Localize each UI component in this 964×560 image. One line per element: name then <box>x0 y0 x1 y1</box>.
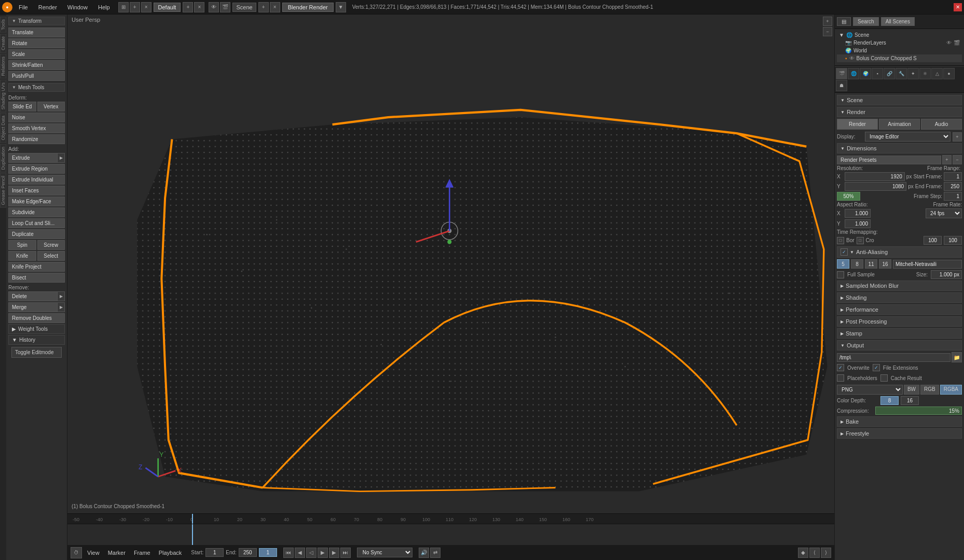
tab-create[interactable]: Create <box>0 34 6 53</box>
menu-help[interactable]: Help <box>94 3 114 11</box>
current-frame-input[interactable] <box>259 548 277 557</box>
render-image-btn[interactable]: Render <box>837 119 878 130</box>
audio-mute-btn[interactable]: 🔊 <box>419 548 429 558</box>
jump-start-btn[interactable]: ⏮ <box>283 548 294 558</box>
frame-step-val[interactable]: 1 <box>944 192 962 201</box>
toggle-editmode-btn[interactable]: Toggle Editmode <box>11 347 62 358</box>
end-frame-val[interactable]: 250 <box>944 182 962 191</box>
extrude-btn[interactable]: Extrude <box>8 153 58 163</box>
output-browse-btn[interactable]: 📁 <box>952 352 962 362</box>
make-edge-face-btn[interactable]: Make Edge/Face <box>8 197 65 206</box>
weight-tools-header[interactable]: ▶ Weight Tools <box>8 324 65 334</box>
layout-icon1[interactable]: + <box>183 2 193 12</box>
output-header[interactable]: ▼ Output <box>837 340 962 351</box>
aspect-x-val[interactable]: 1.000 <box>845 209 871 218</box>
subdivide-btn[interactable]: Subdivide <box>8 207 65 217</box>
render-animation-btn[interactable]: Animation <box>879 119 920 130</box>
prop-world-tab[interactable]: 🌍 <box>860 68 871 79</box>
bottom-view[interactable]: View <box>84 549 103 557</box>
render-presets-btn[interactable]: Render Presets <box>837 156 941 164</box>
extrude-region-btn[interactable]: Extrude Region <box>8 164 65 174</box>
render-prop-header[interactable]: ▼ Render <box>837 107 962 117</box>
view-icon[interactable]: 👁 <box>209 2 219 12</box>
post-processing-header[interactable]: ▶ Post Processing <box>837 316 962 327</box>
bottom-editor-type[interactable]: ⏱ <box>71 547 82 558</box>
extrude-individual-btn[interactable]: Extrude Individual <box>8 175 65 185</box>
history-header[interactable]: ▼ History <box>8 335 65 345</box>
aa-8[interactable]: 8 <box>851 259 863 269</box>
menu-window[interactable]: Window <box>63 3 92 11</box>
timeline-content[interactable] <box>67 524 834 545</box>
fps-select[interactable]: 24 fps 25 fps 30 fps <box>926 208 962 218</box>
display-new-btn[interactable]: + <box>953 132 962 142</box>
layout-icon2[interactable]: × <box>194 2 204 12</box>
bake-header[interactable]: ▶ Bake <box>837 416 962 427</box>
smooth-vertex-btn[interactable]: Smooth Vertex <box>8 123 65 133</box>
all-scenes-btn[interactable]: All Scenes <box>881 17 915 26</box>
shrink-fatten-btn[interactable]: Shrink/Fatten <box>8 60 65 70</box>
overwrite-checkbox[interactable] <box>837 364 844 371</box>
freestyle-header[interactable]: ▶ Freestyle <box>837 428 962 439</box>
size-value[interactable]: 1.000 px <box>931 270 962 279</box>
prop-scene-tab[interactable]: 🌐 <box>848 68 859 79</box>
maximize-btn[interactable]: + <box>130 2 140 12</box>
aa-filter-select[interactable]: Mitchell-Netravaili <box>893 260 962 269</box>
bottom-frame[interactable]: Frame <box>131 549 154 557</box>
properties-btn[interactable]: ▤ <box>837 17 851 26</box>
cache-result-checkbox[interactable] <box>880 374 888 382</box>
play-btn[interactable]: ▶ <box>318 548 328 558</box>
bottom-playback[interactable]: Playback <box>156 549 185 557</box>
vertex-btn[interactable]: Vertex <box>37 102 65 111</box>
prop-texture-tab[interactable]: ☗ <box>836 80 847 91</box>
crop-checkbox[interactable]: □ <box>857 237 864 244</box>
aa-header[interactable]: ▼ Anti-Aliasing <box>837 246 962 258</box>
dimensions-header[interactable]: ▼ Dimensions <box>837 143 962 153</box>
editor-type-icon[interactable]: ⊞ <box>118 2 129 12</box>
render-audio-btn[interactable]: Audio <box>921 119 962 130</box>
prop-data-tab[interactable]: △ <box>931 68 943 79</box>
prop-render-tab[interactable]: 🎬 <box>836 68 847 79</box>
extrude-arrow[interactable]: ▶ <box>58 153 65 163</box>
prop-constraints-tab[interactable]: 🔗 <box>884 68 895 79</box>
scene-del-icon[interactable]: × <box>270 2 280 12</box>
stamp-header[interactable]: ▶ Stamp <box>837 328 962 339</box>
end-frame-input[interactable] <box>239 548 257 557</box>
merge-arrow[interactable]: ▶ <box>58 302 65 312</box>
display-select[interactable]: Image Editor <box>865 132 951 142</box>
tab-relations[interactable]: Relations <box>0 54 6 79</box>
push-pull-btn[interactable]: Push/Pull <box>8 71 65 81</box>
prop-material-tab[interactable]: ● <box>943 68 955 79</box>
aa-checkbox[interactable] <box>841 248 848 256</box>
split-btn[interactable]: × <box>141 2 152 12</box>
render-icon[interactable]: 🎬 <box>220 2 230 12</box>
prop-modifiers-tab[interactable]: 🔧 <box>896 68 907 79</box>
tree-scene[interactable]: ▼ 🌐 Scene <box>837 31 962 39</box>
transform-header[interactable]: ▼ Transform <box>8 17 65 25</box>
presets-del-btn[interactable]: − <box>953 155 962 164</box>
tab-tools[interactable]: Tools <box>0 17 6 33</box>
tab-duplication[interactable]: Duplication <box>0 144 6 173</box>
renderlayers-render-icon[interactable]: 🎬 <box>954 40 960 46</box>
tab-object[interactable]: Object Data <box>0 113 6 143</box>
rgb-btn[interactable]: RGB <box>920 385 939 395</box>
play-backwards-btn[interactable]: ◁ <box>306 548 316 558</box>
res-y-value[interactable]: 1080 <box>845 182 906 191</box>
spin-btn[interactable]: Spin <box>8 240 36 250</box>
performance-header[interactable]: ▶ Performance <box>837 304 962 315</box>
tree-world[interactable]: 🌍 World <box>837 47 962 54</box>
format-select[interactable]: PNG JPEG OpenEXR <box>837 385 903 395</box>
delete-btn[interactable]: Delete <box>8 291 58 301</box>
object-vis-icon[interactable]: 👁 <box>849 55 855 61</box>
prop-physics-tab[interactable]: ⚛ <box>919 68 931 79</box>
prop-object-tab[interactable]: ▪ <box>872 68 883 79</box>
menu-render[interactable]: Render <box>34 3 61 11</box>
bw-btn[interactable]: BW <box>904 385 919 395</box>
slide-edge-btn[interactable]: Slide Ed <box>8 102 36 111</box>
scale-btn[interactable]: Scale <box>8 49 65 59</box>
renderlayers-eye-icon[interactable]: 👁 <box>946 40 952 46</box>
close-btn[interactable]: ✕ <box>954 3 962 11</box>
color-depth-8[interactable]: 8 <box>880 396 899 405</box>
merge-btn[interactable]: Merge <box>8 302 58 312</box>
jump-end-btn[interactable]: ⏭ <box>340 548 351 558</box>
scene-prop-header[interactable]: ▼ Scene <box>837 95 962 105</box>
